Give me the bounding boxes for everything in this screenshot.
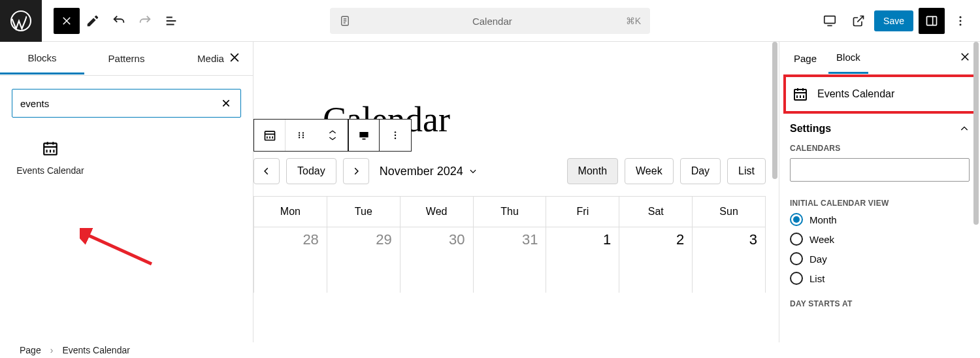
close-inserter-button[interactable] (54, 8, 80, 34)
initial-view-radios: Month Week Day List (779, 213, 980, 285)
svg-point-10 (299, 132, 300, 133)
save-button[interactable]: Save (874, 10, 913, 31)
drag-handle[interactable] (286, 120, 317, 151)
tab-page[interactable]: Page (786, 44, 825, 73)
chevron-right-icon (351, 167, 361, 176)
today-button[interactable]: Today (286, 158, 336, 184)
svg-point-5 (960, 20, 962, 22)
day-cell[interactable]: 1 (546, 227, 619, 293)
command-bar[interactable]: Calendar ⌘K (330, 8, 650, 34)
wordpress-icon (9, 9, 33, 33)
view-desktop-button[interactable] (817, 8, 843, 34)
svg-point-6 (960, 24, 962, 25)
month-label[interactable]: November 2024 (380, 165, 478, 178)
block-more-button[interactable] (380, 120, 411, 151)
weekday: Thu (474, 197, 547, 227)
document-title: Calendar (359, 16, 626, 27)
block-toolbar (253, 119, 412, 152)
more-options-button[interactable] (947, 8, 973, 34)
weekday: Sat (619, 197, 693, 227)
breadcrumb-block[interactable]: Events Calendar (62, 345, 130, 355)
day-cell[interactable]: 2 (619, 227, 693, 293)
clear-search-button[interactable] (220, 97, 233, 110)
page-icon (339, 15, 351, 27)
calendar-icon (792, 86, 808, 102)
chevron-up-icon (328, 129, 337, 135)
block-type-button[interactable] (254, 120, 286, 151)
view-month-button[interactable]: Month (567, 158, 618, 184)
dots-vertical-icon (390, 130, 400, 140)
calendars-label: CALENDARS (779, 141, 980, 158)
view-day-button[interactable]: Day (680, 158, 721, 184)
undo-button[interactable] (106, 8, 132, 34)
annotation-arrow (80, 228, 158, 274)
redo-button[interactable] (132, 8, 158, 34)
sidebar-icon (925, 14, 938, 27)
move-buttons[interactable] (317, 120, 348, 151)
tab-block[interactable]: Block (828, 42, 868, 74)
outline-button[interactable] (158, 8, 184, 34)
radio-list[interactable]: List (790, 272, 970, 285)
settings-sidebar-toggle[interactable] (919, 8, 945, 34)
block-name-card: Events Calendar (783, 74, 976, 114)
calendar-icon (263, 129, 276, 142)
initial-view-label: INITIAL CALENDAR VIEW (779, 196, 980, 213)
radio-month[interactable]: Month (790, 213, 970, 226)
shortcut-hint: ⌘K (626, 16, 641, 26)
day-cell[interactable]: 30 (400, 227, 474, 293)
svg-point-11 (299, 135, 300, 136)
settings-section[interactable]: Settings (779, 114, 980, 141)
align-button[interactable] (348, 120, 380, 151)
radio-week[interactable]: Week (790, 233, 970, 246)
svg-point-18 (395, 131, 396, 133)
day-cell[interactable]: 31 (474, 227, 547, 293)
calendar-row: 28 29 30 31 1 2 3 (253, 227, 766, 293)
align-icon (357, 129, 370, 141)
dots-vertical-icon (954, 14, 967, 27)
close-icon (221, 98, 231, 108)
search-input[interactable] (20, 98, 220, 109)
prev-month-button[interactable] (253, 158, 280, 184)
calendar-block: Today November 2024 Month Week Day List … (253, 158, 766, 293)
chevron-right-icon: › (50, 345, 54, 355)
settings-tabs: Page Block (779, 42, 980, 74)
editor-canvas: Calendar Today November 2024 Month Week … (253, 42, 779, 342)
close-settings-button[interactable] (959, 51, 971, 65)
svg-rect-16 (359, 132, 368, 137)
settings-scrollbar[interactable] (972, 42, 980, 342)
pencil-icon (86, 14, 100, 28)
weekday: Mon (254, 197, 327, 227)
close-inserter-x[interactable] (228, 51, 241, 67)
wordpress-logo[interactable] (0, 0, 42, 42)
svg-rect-9 (265, 131, 274, 140)
block-result-events-calendar[interactable]: Events Calendar (12, 140, 89, 177)
svg-rect-2 (825, 16, 836, 23)
radio-icon (790, 213, 803, 226)
settings-sidebar: Page Block Events Calendar Settings CALE… (779, 42, 980, 342)
next-month-button[interactable] (343, 158, 369, 184)
weekday: Tue (327, 197, 400, 227)
calendar-header: Mon Tue Wed Thu Fri Sat Sun (253, 196, 766, 227)
close-icon (228, 51, 241, 64)
view-week-button[interactable]: Week (625, 158, 674, 184)
weekday: Sun (693, 197, 766, 227)
tab-blocks[interactable]: Blocks (0, 43, 84, 74)
edit-button[interactable] (80, 8, 106, 34)
day-cell[interactable]: 3 (693, 227, 766, 293)
canvas-scrollbar[interactable] (771, 42, 779, 342)
svg-rect-21 (794, 90, 806, 100)
svg-line-8 (84, 233, 152, 264)
svg-point-4 (960, 16, 962, 18)
day-cell[interactable]: 28 (254, 227, 327, 293)
external-link-button[interactable] (845, 8, 872, 34)
calendars-input[interactable] (790, 158, 970, 182)
search-input-wrap (12, 89, 241, 118)
tab-patterns[interactable]: Patterns (84, 44, 169, 73)
radio-day[interactable]: Day (790, 252, 970, 265)
day-cell[interactable]: 29 (327, 227, 400, 293)
breadcrumb-page[interactable]: Page (20, 345, 41, 355)
svg-point-19 (395, 135, 396, 136)
view-list-button[interactable]: List (727, 158, 766, 184)
close-icon (959, 51, 971, 63)
weekday: Wed (400, 197, 474, 227)
